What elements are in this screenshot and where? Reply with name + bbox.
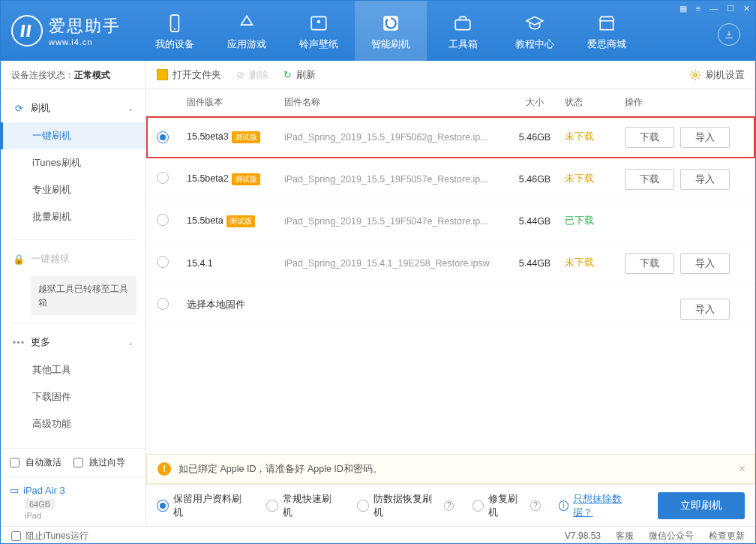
titlebar-grid-icon[interactable]: ▦ bbox=[677, 2, 689, 15]
sidebar-item-advanced[interactable]: 高级功能 bbox=[1, 410, 146, 437]
graduation-icon bbox=[525, 11, 544, 36]
download-button[interactable]: 下载 bbox=[625, 127, 674, 148]
auto-options-row: 自动激活 跳过向导 bbox=[1, 448, 146, 476]
sidebar-item-download-firmware[interactable]: 下载固件 bbox=[1, 383, 146, 410]
close-icon[interactable]: × bbox=[739, 462, 746, 476]
titlebar-minimize-icon[interactable]: — bbox=[707, 2, 720, 15]
brand-url: www.i4.cn bbox=[49, 38, 121, 47]
table-row[interactable]: 15.5beta2测试版 iPad_Spring_2019_15.5_19F50… bbox=[146, 158, 755, 200]
titlebar-maximize-icon[interactable]: ☐ bbox=[724, 2, 736, 15]
flash-settings-button[interactable]: 刷机设置 bbox=[689, 68, 745, 82]
nav-flash[interactable]: 智能刷机 bbox=[355, 1, 427, 61]
storage-badge: 64GB bbox=[25, 499, 55, 509]
nav-store[interactable]: 爱思商城 bbox=[571, 1, 643, 61]
connection-status: 设备连接状态：正常模式 bbox=[1, 61, 146, 89]
radio-icon[interactable] bbox=[157, 298, 169, 310]
refresh-icon bbox=[381, 11, 400, 36]
brand-name: 爱思助手 bbox=[49, 15, 121, 38]
tablet-icon: ▭ bbox=[10, 485, 19, 496]
titlebar-controls: ▦ ≡ — ☐ ✕ bbox=[677, 2, 752, 15]
table-row[interactable]: 15.5beta测试版 iPad_Spring_2019_15.5_19F504… bbox=[146, 200, 755, 242]
phone-refresh-icon: ⟳ bbox=[13, 102, 25, 114]
sidebar-item-batch-flash[interactable]: 批量刷机 bbox=[1, 203, 146, 230]
chevron-down-icon: ⌄ bbox=[128, 104, 134, 113]
download-button[interactable]: 下载 bbox=[625, 169, 674, 190]
titlebar-close-icon[interactable]: ✕ bbox=[741, 2, 752, 15]
logo-area: 爱思助手 www.i4.cn bbox=[11, 15, 139, 47]
titlebar-menu-icon[interactable]: ≡ bbox=[694, 2, 703, 15]
delete-icon: ⊘ bbox=[236, 69, 244, 80]
toolbar: 打开文件夹 ⊘ 删除 ↻ 刷新 刷机设置 bbox=[146, 61, 755, 89]
opt-antiloss[interactable]: 防数据恢复刷机? bbox=[357, 492, 454, 519]
firmware-table: 固件版本 固件名称 大小 状态 操作 15.5beta3测试版 iPad_Spr… bbox=[146, 89, 755, 454]
svg-rect-5 bbox=[455, 20, 470, 30]
toolbox-icon bbox=[453, 11, 472, 36]
flash-options: 保留用户资料刷机 常规快速刷机 防数据恢复刷机? 修复刷机? i只想抹除数据？ … bbox=[146, 484, 755, 526]
refresh-icon: ↻ bbox=[284, 69, 292, 80]
gear-icon bbox=[689, 69, 701, 81]
main-nav: 我的设备 应用游戏 铃声壁纸 智能刷机 工具箱 教程中心 爱思商城 bbox=[139, 1, 643, 61]
sidebar-item-other-tools[interactable]: 其他工具 bbox=[1, 356, 146, 383]
footer: 阻止iTunes运行 V7.98.53 客服 微信公众号 检查更新 bbox=[1, 526, 755, 544]
device-info[interactable]: ▭ iPad Air 3 64GB iPad bbox=[1, 476, 146, 526]
help-icon[interactable]: ? bbox=[444, 500, 454, 511]
nav-tutorial[interactable]: 教程中心 bbox=[499, 1, 571, 61]
appstore-icon bbox=[237, 11, 256, 36]
info-icon[interactable]: i bbox=[559, 500, 569, 511]
footer-update[interactable]: 检查更新 bbox=[709, 530, 745, 542]
block-itunes-checkbox[interactable] bbox=[11, 531, 21, 541]
table-header: 固件版本 固件名称 大小 状态 操作 bbox=[146, 89, 755, 116]
auto-activate-checkbox[interactable] bbox=[10, 458, 20, 467]
flash-now-button[interactable]: 立即刷机 bbox=[658, 492, 745, 519]
nav-toolbox[interactable]: 工具箱 bbox=[427, 1, 499, 61]
svg-point-3 bbox=[317, 20, 320, 23]
sidebar-item-oneclick-flash[interactable]: 一键刷机 bbox=[1, 122, 146, 149]
store-icon bbox=[597, 11, 616, 36]
version-label: V7.98.53 bbox=[565, 530, 601, 541]
skip-guide-checkbox[interactable] bbox=[74, 458, 83, 467]
header: ▦ ≡ — ☐ ✕ 爱思助手 www.i4.cn 我的设备 应用游戏 铃声壁纸 … bbox=[1, 1, 755, 61]
radio-icon[interactable] bbox=[157, 172, 169, 184]
svg-point-7 bbox=[694, 74, 697, 77]
help-icon[interactable]: ? bbox=[530, 500, 541, 511]
delete-button[interactable]: ⊘ 删除 bbox=[236, 68, 268, 82]
footer-wechat[interactable]: 微信公众号 bbox=[649, 530, 694, 542]
open-folder-button[interactable]: 打开文件夹 bbox=[157, 68, 221, 82]
nav-ringtone[interactable]: 铃声壁纸 bbox=[283, 1, 355, 61]
import-button[interactable]: 导入 bbox=[680, 169, 730, 190]
more-icon: ••• bbox=[13, 336, 25, 348]
footer-service[interactable]: 客服 bbox=[616, 530, 634, 542]
radio-icon[interactable] bbox=[157, 214, 169, 226]
nav-my-device[interactable]: 我的设备 bbox=[139, 1, 211, 61]
radio-icon[interactable] bbox=[157, 131, 169, 143]
sidebar-head-more[interactable]: ••• 更多 ⌄ bbox=[1, 328, 146, 356]
import-button[interactable]: 导入 bbox=[680, 299, 730, 320]
logo-icon bbox=[11, 15, 43, 47]
svg-rect-6 bbox=[600, 21, 613, 30]
download-button[interactable]: 下载 bbox=[625, 253, 674, 274]
sidebar-head-jailbreak: 🔒 一键越狱 bbox=[1, 245, 146, 273]
warning-icon: ! bbox=[158, 462, 171, 476]
svg-point-1 bbox=[174, 29, 176, 30]
opt-keep-data[interactable]: 保留用户资料刷机 bbox=[157, 492, 248, 519]
opt-repair[interactable]: 修复刷机? bbox=[472, 492, 541, 519]
phone-icon bbox=[165, 11, 184, 36]
opt-normal[interactable]: 常规快速刷机 bbox=[266, 492, 339, 519]
download-manager-icon[interactable] bbox=[718, 23, 740, 46]
sidebar-item-itunes-flash[interactable]: iTunes刷机 bbox=[1, 149, 146, 176]
refresh-button[interactable]: ↻ 刷新 bbox=[284, 68, 316, 82]
nav-apps[interactable]: 应用游戏 bbox=[211, 1, 283, 61]
folder-icon bbox=[157, 69, 168, 80]
import-button[interactable]: 导入 bbox=[680, 127, 730, 148]
table-row[interactable]: 15.4.1 iPad_Spring_2019_15.4.1_19E258_Re… bbox=[146, 242, 755, 284]
chevron-down-icon: ⌄ bbox=[128, 338, 134, 347]
local-firmware-row[interactable]: 选择本地固件 导入 bbox=[146, 284, 755, 326]
sidebar-head-flash[interactable]: ⟳ 刷机 ⌄ bbox=[1, 94, 146, 122]
apple-id-banner: ! 如已绑定 Apple ID，请准备好 Apple ID和密码。 × bbox=[146, 454, 755, 484]
jailbreak-note: 越狱工具已转移至工具箱 bbox=[31, 276, 136, 315]
sidebar-item-pro-flash[interactable]: 专业刷机 bbox=[1, 176, 146, 203]
radio-icon[interactable] bbox=[157, 256, 169, 268]
import-button[interactable]: 导入 bbox=[680, 253, 730, 274]
table-row[interactable]: 15.5beta3测试版 iPad_Spring_2019_15.5_19F50… bbox=[146, 116, 755, 158]
erase-data-link[interactable]: 只想抹除数据？ bbox=[573, 492, 639, 519]
